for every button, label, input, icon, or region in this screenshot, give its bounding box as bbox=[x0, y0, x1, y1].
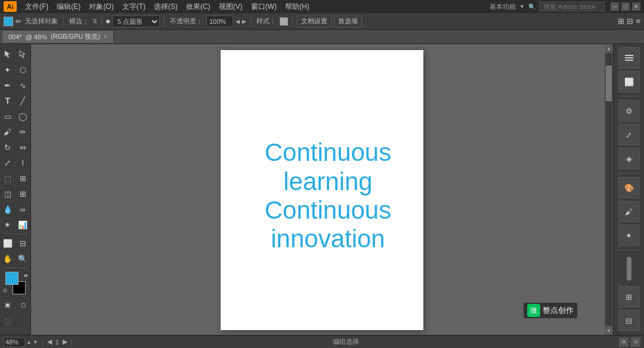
scale-tool[interactable]: ⤢ bbox=[0, 155, 16, 170]
bottom-tools: ▣ ◻ ⬛ bbox=[0, 297, 31, 329]
menu-text[interactable]: 文字(T) bbox=[119, 0, 149, 13]
menu-help[interactable]: 帮助(H) bbox=[281, 0, 313, 13]
preferences-button[interactable]: 首选项 bbox=[334, 15, 362, 27]
zoom-down-arrow[interactable]: ▼ bbox=[33, 339, 38, 345]
style-swatch[interactable] bbox=[280, 17, 288, 26]
stroke-btn[interactable]: ◻ bbox=[16, 297, 31, 312]
menu-object[interactable]: 对象(O) bbox=[85, 0, 117, 13]
scroll-thumb-vertical[interactable] bbox=[606, 66, 612, 101]
zoom-input[interactable] bbox=[4, 337, 25, 347]
eyedropper-tool[interactable]: 💧 bbox=[0, 201, 16, 217]
zoom-up-arrow[interactable]: ▲ bbox=[26, 339, 32, 345]
change-screen-mode[interactable]: ⬛ bbox=[0, 313, 16, 329]
swap-colors-icon[interactable]: ⇄ bbox=[24, 273, 28, 278]
stock-search-input[interactable] bbox=[539, 2, 605, 11]
canvas-area[interactable]: Continuous learning Continuous innovatio… bbox=[31, 44, 613, 335]
main-area: ✦ ⬡ ✒ ∿ T ╱ ▭ ◯ 🖌 ✏ ↻ ⇔ ⤢ ⌇ bbox=[0, 44, 644, 335]
opacity-arrow-left[interactable]: ◀ bbox=[236, 18, 240, 24]
status-icon-2[interactable]: ⊟ bbox=[631, 337, 640, 347]
line-tool[interactable]: ╱ bbox=[16, 93, 31, 108]
minimize-button[interactable]: — bbox=[611, 2, 619, 11]
tab-mode: (RGB/GPU 预览) bbox=[51, 32, 100, 41]
zoom-tool[interactable]: 🔍 bbox=[16, 251, 31, 266]
artboard-panel-btn[interactable]: ⬜ bbox=[618, 71, 640, 92]
maximize-button[interactable]: □ bbox=[621, 2, 630, 11]
swatches-panel-btn[interactable]: 🎨 bbox=[618, 177, 640, 198]
workspace-label[interactable]: 基本功能 bbox=[490, 2, 516, 11]
tab-close-button[interactable]: × bbox=[104, 33, 107, 40]
status-right: ⊞ ⊟ bbox=[619, 337, 640, 347]
menu-window[interactable]: 窗口(W) bbox=[247, 0, 280, 13]
opacity-arrow-right[interactable]: ▶ bbox=[242, 18, 246, 24]
status-icon-1[interactable]: ⊞ bbox=[619, 337, 628, 347]
properties-panel-btn[interactable]: ⚙ bbox=[618, 100, 640, 122]
scroll-down-arrow[interactable]: ▼ bbox=[605, 327, 613, 335]
menu-edit[interactable]: 编辑(E) bbox=[53, 0, 84, 13]
menu-file[interactable]: 文件(F) bbox=[21, 0, 52, 13]
shape-builder-tool[interactable]: ⊞ bbox=[16, 170, 31, 186]
color-swatch-tb[interactable] bbox=[4, 17, 13, 26]
tb-divider-2 bbox=[101, 16, 102, 27]
selection-tool[interactable] bbox=[0, 46, 16, 62]
appearance-panel-btn[interactable]: ◈ bbox=[618, 148, 640, 169]
align-panel-btn[interactable]: ⊞ bbox=[618, 286, 640, 307]
tool-sep-2 bbox=[4, 268, 27, 268]
doc-settings-button[interactable]: 文档设置 bbox=[297, 15, 332, 27]
warp-tool[interactable]: ⌇ bbox=[16, 155, 31, 170]
fill-btn[interactable]: ▣ bbox=[0, 297, 16, 312]
brushes-panel-btn[interactable]: 🖌 bbox=[618, 201, 640, 222]
blend-tool[interactable]: ∞ bbox=[16, 201, 31, 217]
align-icon[interactable]: ⊞ bbox=[618, 17, 624, 26]
transform-panel-btn[interactable]: ⤢ bbox=[618, 124, 640, 145]
reset-colors-icon[interactable]: ⊡ bbox=[3, 288, 7, 293]
scroll-up-arrow[interactable]: ▲ bbox=[605, 44, 613, 52]
artboard-page-number: 1 bbox=[55, 338, 59, 346]
tab-name: 004* bbox=[8, 33, 22, 41]
artboard-btn-row: ⬛ bbox=[0, 313, 31, 329]
text-line-2: learning bbox=[283, 167, 372, 196]
shape-select[interactable]: 5 点圆形 bbox=[112, 15, 160, 27]
hand-tool[interactable]: ✋ bbox=[0, 251, 16, 266]
stroke-label: 横边： bbox=[68, 17, 90, 26]
symbols-panel-btn[interactable]: ✦ bbox=[618, 225, 640, 246]
menu-effect[interactable]: 效果(C) bbox=[182, 0, 214, 13]
symbol-sprayer-tool[interactable]: ⁕ bbox=[0, 217, 16, 232]
rect-tool[interactable]: ▭ bbox=[0, 108, 16, 124]
rotate-tool[interactable]: ↻ bbox=[0, 139, 16, 155]
toolbar: ✏ 无选择对象 横边： ⇅ 5 点圆形 不透明度： ◀ ▶ 样式： 文档设置 首… bbox=[0, 13, 644, 30]
artboard-nav-left[interactable]: ◀ bbox=[47, 338, 52, 346]
menu-view[interactable]: 视图(V) bbox=[215, 0, 246, 13]
pencil-tool[interactable]: ✏ bbox=[16, 124, 31, 139]
gradient-tool[interactable]: ◫ bbox=[0, 186, 16, 201]
lasso-tool[interactable]: ⬡ bbox=[16, 62, 31, 77]
ellipse-tool[interactable]: ◯ bbox=[16, 108, 31, 124]
paintbrush-tool[interactable]: 🖌 bbox=[0, 124, 16, 139]
reflect-tool[interactable]: ⇔ bbox=[16, 139, 31, 155]
doc-content: Continuous learning Continuous innovatio… bbox=[221, 50, 423, 330]
direct-selection-tool[interactable] bbox=[16, 46, 31, 62]
status-bar: ▲ ▼ | ◀ 1 ▶ | 编组选择 ⊞ ⊟ bbox=[0, 335, 644, 348]
type-tool[interactable]: T bbox=[0, 93, 16, 108]
artboard-nav-right[interactable]: ▶ bbox=[63, 338, 67, 346]
panel-icon[interactable]: ⊟ bbox=[627, 17, 633, 26]
foreground-color-swatch[interactable] bbox=[5, 272, 18, 285]
more-icon[interactable]: ≡ bbox=[636, 17, 640, 26]
curvature-tool[interactable]: ∿ bbox=[16, 77, 31, 93]
tb-divider-1 bbox=[63, 16, 64, 27]
layers-panel-btn[interactable] bbox=[618, 47, 640, 69]
artboard-tool[interactable]: ⬜ bbox=[0, 235, 16, 251]
column-graph-tool[interactable]: 📊 bbox=[16, 217, 31, 232]
menu-select[interactable]: 选择(S) bbox=[150, 0, 181, 13]
right-panel-scroll[interactable] bbox=[627, 257, 631, 281]
magic-wand-tool[interactable]: ✦ bbox=[0, 62, 16, 77]
free-transform-tool[interactable]: ⬚ bbox=[0, 170, 16, 186]
doc-tab-active[interactable]: 004* @ 48% (RGB/GPU 预览) × bbox=[2, 31, 114, 43]
pathfinder-panel-btn[interactable]: ⊟ bbox=[618, 310, 640, 331]
opacity-input[interactable] bbox=[206, 15, 233, 27]
pen-tool[interactable]: ✒ bbox=[0, 77, 16, 93]
mesh-tool[interactable]: ⊞ bbox=[16, 186, 31, 201]
vertical-scrollbar[interactable]: ▲ ▼ bbox=[605, 44, 613, 335]
close-button[interactable]: ✕ bbox=[632, 2, 640, 11]
scroll-track-vertical[interactable] bbox=[606, 54, 612, 325]
slice-tool[interactable]: ⊟ bbox=[16, 235, 31, 251]
